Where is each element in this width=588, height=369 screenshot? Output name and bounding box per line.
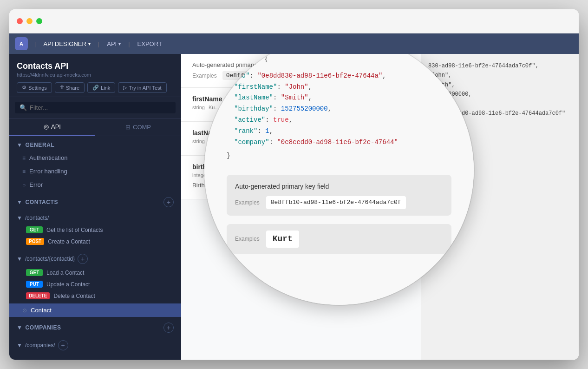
nav-export-label: EXPORT xyxy=(137,40,162,47)
chevron-down-icon: ▾ xyxy=(88,41,91,46)
nav-api-label: API xyxy=(107,40,117,47)
field-id-example-value: 0e8ffb10-ad98-11e6-bf2e-47644ada7c0f xyxy=(222,71,360,80)
field-lastname-examples: Examples Williams xyxy=(343,129,410,138)
field-id-description: Auto-generated primary key field xyxy=(192,61,360,68)
maximize-button[interactable] xyxy=(36,18,42,24)
sidebar-header: Contacts API https://4ldnnfv.eu.api-mock… xyxy=(9,54,181,97)
circle-icon: ○ xyxy=(22,182,26,188)
right-panel-code: 830-ad98-11e6-bf2e-47644ada7c0f", "John"… xyxy=(428,61,571,118)
field-birthday-meta: integer Optional xyxy=(192,172,410,178)
companies-path-label: /companies/ xyxy=(25,342,55,349)
chevron-down-icon-2: ▾ xyxy=(118,41,121,46)
nav-contact-model[interactable]: ⊙ Contact xyxy=(9,303,181,317)
examples-label-lastname: Examples xyxy=(343,131,368,137)
get-badge: GET xyxy=(26,226,43,233)
collapse-icon-companies: ▼ xyxy=(17,324,22,331)
nav-export[interactable]: EXPORT xyxy=(133,38,167,50)
collapse-icon-contacts: ▼ xyxy=(17,199,22,205)
field-birthday-name: birthday xyxy=(192,163,410,171)
list-icon-2: ≡ xyxy=(22,168,26,175)
link-button[interactable]: 🔗 Link xyxy=(87,82,115,93)
field-firstname-examples: Examples Kurt xyxy=(358,95,410,104)
endpoint-get-contacts[interactable]: GET Get the list of Contacts xyxy=(9,224,181,236)
search-icon: 🔍 xyxy=(20,104,27,111)
section-companies[interactable]: ▼ Companies + xyxy=(9,317,181,336)
field-birthday-type: integer xyxy=(192,172,208,178)
field-firstname-example-value: Kurt xyxy=(388,95,410,104)
field-firstname-meta: string Ku... xyxy=(192,105,348,110)
nav-divider-2: | xyxy=(98,40,99,47)
search-input[interactable] xyxy=(30,104,171,111)
delete-badge: DELETE xyxy=(26,292,50,299)
contacts-id-header[interactable]: ▼ /contacts/{contactid} + xyxy=(9,251,181,267)
examples-label-id: Examples xyxy=(192,72,217,79)
field-id-examples: Examples 0e8ffb10-ad98-11e6-bf2e-47644ad… xyxy=(192,71,360,80)
tab-comp[interactable]: ⊞ COMP xyxy=(95,119,181,136)
sidebar: Contacts API https://4ldnnfv.eu.api-mock… xyxy=(9,54,181,360)
post-badge: POST xyxy=(26,238,44,245)
share-button[interactable]: ⇈ Share xyxy=(55,82,85,93)
content-left: Auto-generated primary key field Example… xyxy=(181,54,421,360)
nav-divider: | xyxy=(34,40,36,47)
field-birthday-description: Birthday as unix timestamp (in ms) xyxy=(192,182,410,189)
endpoint-post-contact[interactable]: POST Create a Contact xyxy=(9,236,181,247)
main-layout: Contacts API https://4ldnnfv.eu.api-mock… xyxy=(9,54,579,360)
field-birthday-optional: Optional xyxy=(212,172,231,178)
contacts-path-header[interactable]: ▼ /contacts/ xyxy=(9,212,181,224)
titlebar xyxy=(9,9,579,33)
content-right: 830-ad98-11e6-bf2e-47644ada7c0f", "John"… xyxy=(421,54,579,360)
minimize-button[interactable] xyxy=(26,18,33,24)
nav-authentication[interactable]: ≡ Authentication xyxy=(9,151,181,165)
content-split: Auto-generated primary key field Example… xyxy=(181,54,579,360)
field-lastname-example-value: Williams xyxy=(373,129,410,138)
nav-divider-3: | xyxy=(128,40,130,47)
nav-api-designer-label: API DESIGNER xyxy=(43,40,86,47)
app-window: A | API DESIGNER ▾ | API ▾ | EXPORT Cont… xyxy=(9,9,579,360)
list-icon: ≡ xyxy=(22,155,26,161)
field-firstname-optional: Ku... xyxy=(209,105,219,110)
endpoint-get-contact[interactable]: GET Load a Contact xyxy=(9,267,181,278)
field-firstname-type: string xyxy=(192,105,205,110)
section-companies-title: ▼ Companies xyxy=(17,324,61,331)
add-contact-id-button[interactable]: + xyxy=(78,254,88,264)
subsection-companies: ▼ /companies/ + xyxy=(9,336,181,355)
field-birthday: birthday integer Optional Birthday as un… xyxy=(181,156,421,199)
tab-api[interactable]: ◎ API xyxy=(9,119,95,136)
companies-path-header[interactable]: ▼ /companies/ + xyxy=(9,337,181,353)
field-lastname-required: Required xyxy=(209,138,231,144)
field-id: Auto-generated primary key field Example… xyxy=(181,54,421,88)
sidebar-nav: ▼ General ≡ Authentication ≡ Error handl… xyxy=(9,136,181,360)
nav-error[interactable]: ○ Error xyxy=(9,178,181,191)
section-contacts[interactable]: ▼ Contacts + xyxy=(9,191,181,210)
model-icon: ⊙ xyxy=(22,307,27,314)
add-companies-path-button[interactable]: + xyxy=(58,340,68,350)
endpoint-put-contact[interactable]: PUT Update a Contact xyxy=(9,278,181,290)
section-general-title: ▼ General xyxy=(17,142,54,148)
subsection-contacts-id: ▼ /contacts/{contactid} + GET Load a Con… xyxy=(9,249,181,303)
contacts-id-label: /contacts/{contactid} xyxy=(25,256,75,262)
contacts-path-label: /contacts/ xyxy=(25,215,49,221)
add-contacts-button[interactable]: + xyxy=(163,197,174,207)
settings-button[interactable]: ⚙ Settings xyxy=(17,82,52,93)
add-companies-button[interactable]: + xyxy=(163,323,174,333)
search-wrap: 🔍 xyxy=(15,102,176,113)
field-lastname-type: string xyxy=(192,138,205,144)
expand-icon-2: ▼ xyxy=(17,256,22,262)
field-lastname: lastName string Required Examples Willia… xyxy=(181,122,421,156)
subsection-contacts-root: ▼ /contacts/ GET Get the list of Contact… xyxy=(9,210,181,249)
endpoint-delete-contact[interactable]: DELETE Delete a Contact xyxy=(9,290,181,302)
try-api-button[interactable]: ▷ Try in API Test xyxy=(118,82,166,93)
api-icon: ◎ xyxy=(44,123,49,130)
field-lastname-meta: string Required xyxy=(192,138,334,144)
section-general[interactable]: ▼ General xyxy=(9,136,181,151)
close-button[interactable] xyxy=(17,18,23,24)
nav-api[interactable]: API ▾ xyxy=(102,38,125,50)
section-contacts-title: ▼ Contacts xyxy=(17,199,58,205)
get-badge-2: GET xyxy=(26,269,43,276)
api-title: Contacts API xyxy=(17,61,174,71)
sidebar-actions: ⚙ Settings ⇈ Share 🔗 Link ▷ Try in API T… xyxy=(17,82,174,93)
nav-error-handling[interactable]: ≡ Error handling xyxy=(9,165,181,178)
nav-api-designer[interactable]: API DESIGNER ▾ xyxy=(39,38,95,50)
api-url: https://4ldnnfv.eu.api-mocks.com xyxy=(17,72,174,78)
expand-icon-companies: ▼ xyxy=(17,342,22,349)
